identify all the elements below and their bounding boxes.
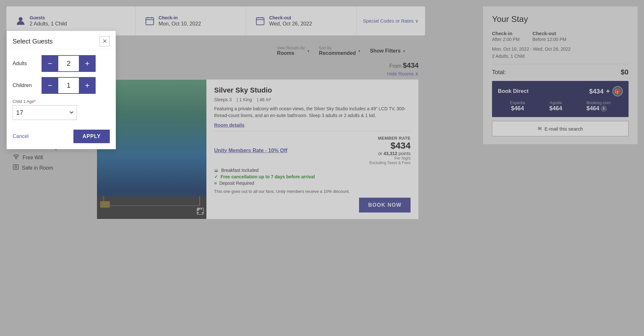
- booking-price: $464: [586, 105, 599, 112]
- total-row: Total: $0: [492, 64, 629, 76]
- children-stepper: − 1 +: [42, 77, 96, 94]
- filters-label: Show Filters: [370, 48, 401, 54]
- book-direct-price-value: $434: [589, 88, 604, 95]
- stay-dates: Mon, Oct 10, 2022 - Wed, Oct 26, 2022: [492, 46, 629, 52]
- email-search-button[interactable]: ✉ E-mail this search: [492, 121, 629, 136]
- room-size: 46 m²: [260, 97, 271, 102]
- safe-label: Safe in Room: [22, 165, 53, 171]
- stay-checkin-time: After 2:00 PM: [492, 37, 520, 42]
- view-by-value: Rooms: [277, 50, 305, 56]
- your-stay-panel: Your Stay Check-in After 2:00 PM Check-o…: [483, 6, 638, 144]
- checkout-section[interactable]: Check-out Wed, Oct 26, 2022: [246, 6, 356, 35]
- deposit-icon: ≡: [214, 181, 217, 186]
- children-label: Children: [13, 83, 42, 88]
- stay-checkout-time: Before 12:00 PM: [533, 37, 566, 42]
- checkout-value: Wed, Oct 26, 2022: [269, 21, 312, 27]
- total-label: Total:: [492, 69, 506, 76]
- checkin-value: Mon, Oct 10, 2022: [159, 21, 201, 27]
- stay-guests: 2 Adults, 1 Child: [492, 54, 629, 59]
- rate-price-block: MEMBER RATE $434 or 43,312 points Per Ni…: [369, 136, 411, 165]
- stay-checkout-label: Check-out: [533, 31, 566, 36]
- wifi-icon: [13, 154, 19, 161]
- rate-note: This one goes out to all our fans. Unity…: [214, 189, 411, 194]
- member-rate-label: MEMBER RATE: [369, 136, 411, 141]
- safe-icon: [13, 164, 19, 172]
- deposit-label: Deposit Required: [219, 181, 254, 186]
- plus-sign: +: [606, 88, 610, 95]
- competitor-row: Expedia $464 Agoda $464 Booking.com $464…: [498, 100, 623, 112]
- rate-feature-breakfast: 🛎 Breakfast Included: [214, 168, 411, 173]
- room-name: Silver Sky Studio: [214, 86, 411, 94]
- points-value: 43,312: [384, 151, 397, 156]
- breakfast-label: Breakfast Included: [221, 168, 259, 173]
- children-decrement-button[interactable]: −: [42, 77, 58, 94]
- guests-value: 2 Adults, 1 Child: [30, 21, 67, 27]
- checkout-label: Check-out: [269, 15, 312, 20]
- amenity-wifi: Free Wifi: [13, 154, 97, 161]
- room-details-link[interactable]: Room details: [214, 122, 411, 128]
- checkout-icon: [255, 16, 265, 26]
- book-now-button[interactable]: BOOK NOW: [359, 198, 411, 212]
- popup-footer: Cancel APPLY: [7, 125, 116, 149]
- points-label: points: [399, 151, 411, 156]
- children-increment-button[interactable]: +: [79, 77, 96, 94]
- children-value: 1: [58, 77, 79, 94]
- guests-icon: [15, 16, 26, 26]
- popup-close-button[interactable]: ✕: [99, 36, 110, 46]
- room-description: Featuring a private balcony with ocean v…: [214, 105, 411, 119]
- checkin-section[interactable]: Check-in Mon, Oct 10, 2022: [136, 6, 246, 35]
- adults-label: Adults: [13, 61, 42, 66]
- checkin-icon: [145, 16, 155, 26]
- rate-feature-deposit: ≡ Deposit Required: [214, 181, 411, 186]
- book-direct-header: Book Direct $434 + 🎁: [498, 86, 623, 96]
- room-sleeps: Sleeps 3: [214, 97, 232, 102]
- rate-header: Unity Members Rate - 10% Off MEMBER RATE…: [214, 136, 411, 165]
- special-codes-link[interactable]: Special Codes or Rates ∨: [356, 6, 425, 35]
- popup-body: Adults − 2 + Children − 1 + Child 1 Age*…: [7, 49, 116, 120]
- sort-by-dropdown[interactable]: Sort By Recommended ▼: [319, 46, 361, 56]
- view-by-arrow: ▼: [307, 49, 310, 53]
- room-bed: 1 King: [239, 97, 252, 102]
- adults-stepper: − 2 +: [42, 55, 96, 72]
- adults-increment-button[interactable]: +: [79, 55, 96, 72]
- view-by-dropdown[interactable]: View Results By Rooms ▼: [277, 46, 310, 56]
- booking-name: Booking.com: [586, 100, 611, 105]
- rate-points: or 43,312 points: [369, 151, 411, 156]
- svg-rect-10: [13, 165, 18, 169]
- child-age-select[interactable]: 17 1234 5678 9101112 13141516: [13, 105, 77, 120]
- wifi-label: Free Wifi: [23, 155, 43, 161]
- rate-name[interactable]: Unity Members Rate - 10% Off: [214, 148, 288, 153]
- book-direct-card: Book Direct $434 + 🎁 Expedia $464 Agoda …: [492, 81, 629, 117]
- competitor-booking: Booking.com $464 ℹ: [586, 100, 611, 112]
- hotel-info: Silver Sky Studio Sleeps 3 | 1 King | 46…: [206, 80, 418, 219]
- stay-times-row: Check-in After 2:00 PM Check-out Before …: [492, 31, 629, 42]
- book-direct-price: $434 + 🎁: [589, 86, 623, 96]
- expedia-name: Expedia: [510, 100, 525, 105]
- checkin-label: Check-in: [159, 15, 201, 20]
- cancellation-label: Free cancellation up to 7 days before ar…: [221, 174, 315, 179]
- agoda-name: Agoda: [549, 100, 562, 105]
- total-value: $0: [621, 68, 629, 76]
- adults-decrement-button[interactable]: −: [42, 55, 58, 72]
- svg-point-0: [19, 17, 23, 21]
- rate-section: Unity Members Rate - 10% Off MEMBER RATE…: [214, 131, 411, 212]
- rate-price: $434: [369, 141, 411, 151]
- your-stay-title: Your Stay: [492, 14, 629, 24]
- from-price-value: $434: [403, 61, 419, 69]
- info-icon[interactable]: ℹ: [601, 105, 607, 112]
- email-icon: ✉: [538, 126, 542, 132]
- sort-by-value: Recommended: [319, 50, 356, 56]
- rate-feature-cancellation: ✓ Free cancellation up to 7 days before …: [214, 174, 411, 179]
- room-meta: Sleeps 3 | 1 King | 46 m²: [214, 97, 411, 102]
- show-filters-dropdown[interactable]: Show Filters ▼: [370, 48, 406, 54]
- check-icon: ✓: [214, 174, 218, 179]
- cancel-button[interactable]: Cancel: [13, 133, 29, 139]
- view-by-label: View Results By: [277, 46, 305, 50]
- competitor-expedia: Expedia $464: [510, 100, 525, 112]
- svg-point-9: [16, 158, 16, 159]
- apply-button[interactable]: APPLY: [73, 130, 110, 143]
- svg-rect-5: [256, 18, 264, 25]
- hotel-card: Silver Sky Studio Sleeps 3 | 1 King | 46…: [97, 79, 419, 219]
- breakfast-icon: 🛎: [214, 168, 219, 173]
- stay-checkin-label: Check-in: [492, 31, 520, 36]
